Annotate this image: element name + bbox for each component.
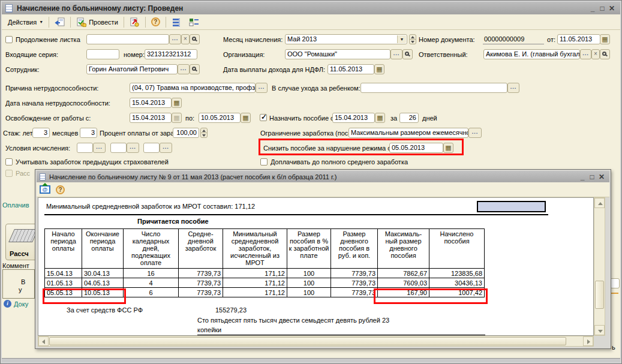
- assign-benefit-checkbox[interactable]: [260, 114, 267, 121]
- limit-field[interactable]: Максимальным размером ежемесячной страхо: [348, 128, 468, 138]
- incoming-num-field[interactable]: 321312321312: [145, 49, 197, 59]
- ndfl-calendar-button[interactable]: ▦: [374, 64, 384, 74]
- employee-lookup-button[interactable]: ...: [178, 64, 190, 74]
- condition-lookup-1[interactable]: ...: [93, 143, 106, 153]
- resp-field[interactable]: Акимова Е. И. (главный бухгалтер: [483, 49, 580, 59]
- childcare-field[interactable]: [360, 83, 507, 93]
- total-words-line2: копейки: [197, 326, 221, 334]
- scroll-up-button[interactable]: [594, 198, 605, 208]
- prev-insurers-checkbox[interactable]: [5, 158, 13, 166]
- condition-lookup-3[interactable]: ...: [160, 143, 172, 153]
- cause-lookup-button[interactable]: ...: [256, 83, 268, 93]
- vertical-scroll-thumb[interactable]: [595, 281, 604, 309]
- incoming-series-field[interactable]: [86, 49, 119, 59]
- month-combobox[interactable]: Май 2013 ▼: [285, 34, 407, 44]
- release-to-calendar-button[interactable]: ▦: [241, 113, 251, 123]
- subordination-structure-button[interactable]: [168, 16, 185, 28]
- scroll-right-button[interactable]: [583, 336, 593, 346]
- condition-field-3[interactable]: [143, 143, 160, 153]
- continuation-field[interactable]: [86, 34, 169, 44]
- condition-field-1[interactable]: [77, 143, 93, 153]
- col-header: Число каледарных дней, подлежащих оплате: [124, 229, 179, 269]
- pay-link[interactable]: Оплачив: [2, 201, 29, 209]
- assign-days-field[interactable]: 26: [399, 113, 419, 123]
- release-from-calendar-button[interactable]: ▦: [172, 113, 182, 123]
- employee-search-button[interactable]: [190, 64, 200, 74]
- unpost-document-button[interactable]: [126, 16, 143, 28]
- calc-maximize-button[interactable]: □: [587, 173, 597, 181]
- condition-field-2[interactable]: [110, 143, 127, 153]
- month-spinner[interactable]: [409, 34, 416, 44]
- limit-lookup-button[interactable]: ...: [468, 128, 482, 138]
- percent-field[interactable]: 100,00: [173, 128, 199, 138]
- resp-search-button[interactable]: [600, 49, 610, 59]
- docnum-field[interactable]: 00000000009: [483, 35, 544, 44]
- cell: 171,12: [223, 288, 287, 297]
- horizontal-scroll-thumb[interactable]: [49, 337, 566, 345]
- help-icon: ?: [56, 185, 65, 194]
- doc-date-field[interactable]: 11.05.2013: [557, 34, 600, 44]
- table-row[interactable]: 15.04.13 30.04.13 16 7739,73 171,12 100 …: [45, 269, 485, 278]
- info-icon: i: [4, 300, 11, 308]
- release-to-field[interactable]: 10.05.2013: [199, 113, 241, 123]
- maximize-button[interactable]: □: [597, 4, 607, 13]
- continuation-clear-button[interactable]: ×: [181, 34, 190, 44]
- calculate-checkbox[interactable]: [5, 170, 13, 177]
- frame-text-2: у: [19, 286, 22, 294]
- assign-date-field[interactable]: 15.04.2013: [332, 113, 375, 123]
- start-date-calendar-button[interactable]: ▦: [172, 98, 182, 108]
- table-header-row: Начало периода оплаты Окончание периода …: [45, 229, 485, 269]
- actions-menu-button[interactable]: Действия ▼: [4, 16, 47, 28]
- org-field[interactable]: ООО "Ромашки": [285, 49, 390, 59]
- close-button[interactable]: ✕: [607, 4, 617, 13]
- start-date-field[interactable]: 15.04.2013: [130, 98, 172, 108]
- calc-minimize-button[interactable]: _: [578, 173, 587, 181]
- full-avg-checkbox[interactable]: [260, 158, 268, 166]
- percent-spinner[interactable]: [200, 128, 208, 138]
- post-document-button[interactable]: Провести: [73, 16, 122, 28]
- vertical-scrollbar[interactable]: [594, 197, 605, 336]
- cell: 100: [287, 278, 331, 288]
- continuation-search-button[interactable]: [190, 34, 200, 44]
- benefit-calculation-window: Начисление по больничному листу № 9 от 1…: [35, 169, 611, 349]
- org-lookup-button[interactable]: ...: [390, 49, 402, 59]
- full-avg-label: Доплачивать до полного среднего заработк…: [271, 158, 408, 166]
- selected-cell[interactable]: [477, 201, 546, 212]
- save-close-button[interactable]: [51, 16, 68, 28]
- continuation-lookup-button[interactable]: ...: [169, 34, 181, 44]
- send-button[interactable]: @: [38, 183, 52, 196]
- assign-calendar-button[interactable]: ▦: [375, 113, 385, 123]
- employee-field[interactable]: Горин Анатолий Петрович: [86, 64, 178, 74]
- table-row[interactable]: 01.05.13 04.05.13 4 7739,73 171,12 100 7…: [45, 278, 485, 288]
- assign-za-label: за: [390, 115, 397, 122]
- help-button[interactable]: ?: [148, 16, 164, 28]
- condition-lookup-2[interactable]: ...: [127, 143, 139, 153]
- minimize-button[interactable]: _: [588, 4, 597, 13]
- document-movements-button[interactable]: [185, 16, 203, 28]
- arrow-up-icon: [598, 202, 603, 205]
- cell: 7609,03: [378, 278, 429, 288]
- calc-help-button[interactable]: ?: [52, 183, 68, 196]
- actions-label: Действия: [8, 19, 37, 26]
- scroll-down-button[interactable]: [594, 325, 605, 335]
- document-link[interactable]: Доку: [14, 300, 28, 308]
- resp-clear-button[interactable]: ×: [591, 49, 600, 59]
- horizontal-scrollbar[interactable]: [38, 336, 594, 347]
- continuation-checkbox[interactable]: [5, 36, 13, 43]
- cell: 16: [124, 269, 179, 278]
- org-search-button[interactable]: [402, 49, 413, 59]
- window-title: Начисление по больничному листу: Проведе…: [17, 4, 588, 13]
- scroll-left-button[interactable]: [38, 336, 49, 346]
- doc-date-calendar-button[interactable]: ▦: [600, 34, 610, 44]
- release-from-field[interactable]: 15.04.2013: [130, 113, 172, 123]
- experience-years-field[interactable]: 3: [32, 128, 50, 138]
- cause-field[interactable]: (04, 07) Травма на производстве, профзаб…: [130, 83, 256, 93]
- calculation-sheet: Минимальный среднедневной заработок из М…: [38, 197, 594, 336]
- ndfl-date-field[interactable]: 11.05.2013: [327, 64, 374, 74]
- experience-months-field[interactable]: 3: [80, 128, 97, 138]
- employee-label: Сотрудник:: [5, 66, 40, 74]
- dropdown-icon[interactable]: ▼: [397, 35, 406, 43]
- resp-lookup-button[interactable]: ...: [580, 49, 591, 59]
- calc-close-button[interactable]: ✕: [597, 173, 606, 181]
- childcare-lookup-button[interactable]: ...: [507, 83, 519, 93]
